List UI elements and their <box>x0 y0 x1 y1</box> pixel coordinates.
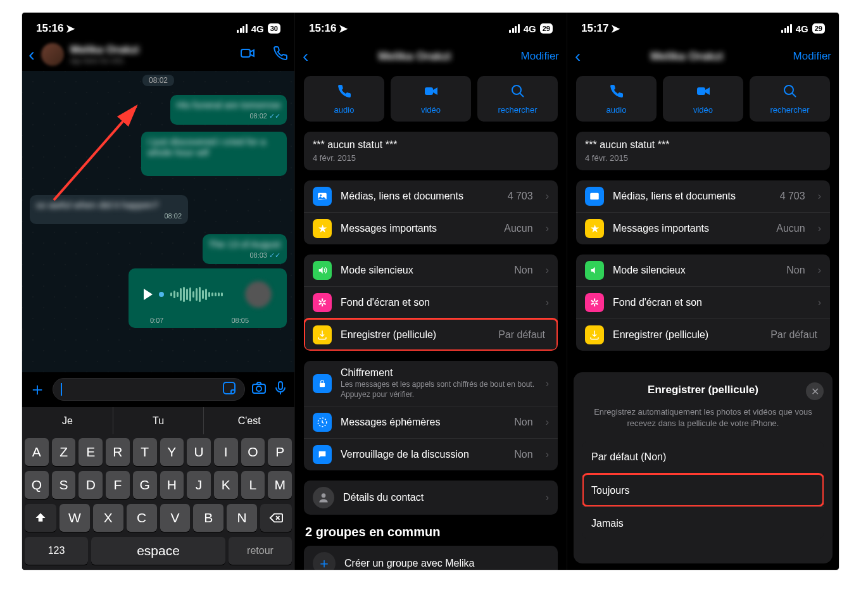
key[interactable]: B <box>193 504 223 532</box>
key[interactable]: N <box>227 504 257 532</box>
status-bar: 15:16 ➤ 4G 30 <box>22 13 294 41</box>
key[interactable]: Z <box>52 438 76 466</box>
key[interactable]: Y <box>160 438 184 466</box>
key[interactable]: A <box>25 438 49 466</box>
edit-button[interactable]: Modifier <box>793 50 831 63</box>
network-label: 4G <box>524 23 536 34</box>
contact-name[interactable]: Melika Orakzi <box>70 44 234 56</box>
status-box[interactable]: *** aucun statut *** 4 févr. 2015 <box>576 132 830 170</box>
network-label: 4G <box>796 23 808 34</box>
close-button[interactable]: ✕ <box>806 382 824 400</box>
chat-header[interactable]: ‹ Melika Orakzi tap here for info <box>22 41 294 71</box>
key[interactable]: F <box>106 471 130 499</box>
row-encryption[interactable]: Chiffrement Les messages et les appels s… <box>304 361 558 406</box>
svg-point-8 <box>512 85 521 94</box>
key[interactable]: H <box>160 471 184 499</box>
key[interactable]: L <box>241 471 265 499</box>
keyboard[interactable]: A Z E R T Y U I O P Q S D F G H J K L M <box>22 434 294 570</box>
status-box[interactable]: *** aucun statut *** 4 févr. 2015 <box>304 132 558 170</box>
row-mute[interactable]: Mode silencieux Non › <box>576 255 830 286</box>
key[interactable]: D <box>79 471 103 499</box>
row-label: Médias, liens et documents <box>341 191 499 202</box>
suggestion[interactable]: Je <box>22 407 113 434</box>
mic-button[interactable] <box>273 380 288 398</box>
key[interactable]: W <box>60 504 90 532</box>
message-out[interactable]: His funeral are tomorrow 08:02 ✓✓ <box>170 95 287 125</box>
key[interactable]: J <box>187 471 211 499</box>
option-never[interactable]: Jamais <box>582 506 824 539</box>
video-call-button[interactable] <box>240 46 255 63</box>
chevron-icon: › <box>546 492 549 503</box>
avatar[interactable] <box>41 43 64 66</box>
playhead-dot[interactable] <box>159 292 164 297</box>
key[interactable]: S <box>52 471 76 499</box>
row-contact-details[interactable]: Détails du contact › <box>304 481 558 515</box>
audio-call-button[interactable]: audio <box>576 76 657 122</box>
key[interactable]: Q <box>25 471 49 499</box>
key[interactable]: E <box>79 438 103 466</box>
download-icon <box>585 325 604 344</box>
space-key[interactable]: espace <box>91 537 225 565</box>
back-button[interactable]: ‹ <box>303 46 308 66</box>
row-media[interactable]: Médias, liens et documents 4 703 › <box>576 180 830 212</box>
search-button[interactable]: rechercher <box>477 76 558 122</box>
shift-key[interactable] <box>25 504 56 532</box>
row-chat-lock[interactable]: Verrouillage de la discussion Non › <box>304 438 558 470</box>
search-button[interactable]: rechercher <box>750 76 830 122</box>
row-value: Aucun <box>504 223 532 234</box>
row-wallpaper[interactable]: ✲ Fond d'écran et son › <box>304 286 558 318</box>
nav-bar: ‹ Melika Orakzi Modifier <box>295 41 567 72</box>
message-input[interactable] <box>53 378 245 401</box>
row-value: Non <box>514 265 532 276</box>
row-media[interactable]: Médias, liens et documents 4 703 › <box>304 180 558 212</box>
edit-button[interactable]: Modifier <box>521 50 559 63</box>
key[interactable]: P <box>268 438 292 466</box>
key[interactable]: O <box>241 438 265 466</box>
row-save-to-camera-roll[interactable]: Enregistrer (pellicule) Par défaut <box>576 318 830 351</box>
video-call-button[interactable]: vidéo <box>663 76 743 122</box>
voice-message[interactable]: 0:07 08:05 <box>129 268 287 328</box>
key[interactable]: C <box>127 504 157 532</box>
sticker-button[interactable] <box>222 380 237 398</box>
row-mute[interactable]: Mode silencieux Non › <box>304 255 558 286</box>
suggestion[interactable]: Tu <box>113 407 204 434</box>
audio-call-button[interactable] <box>273 46 288 63</box>
message-out[interactable]: I just discovered i cried for a whole ho… <box>141 132 287 176</box>
option-always[interactable]: Toujours <box>582 474 824 506</box>
key[interactable]: K <box>214 471 238 499</box>
key[interactable]: I <box>214 438 238 466</box>
message-out[interactable]: The 13 of August 08:03 ✓✓ <box>203 234 287 264</box>
option-default[interactable]: Par défaut (Non) <box>582 441 824 474</box>
phone-icon <box>609 84 624 103</box>
row-starred[interactable]: ★ Messages importants Aucun › <box>304 212 558 244</box>
row-starred[interactable]: ★ Messages importants Aucun › <box>576 212 830 244</box>
key[interactable]: G <box>133 471 157 499</box>
video-call-button[interactable]: vidéo <box>391 76 471 122</box>
chat-body[interactable]: 08:02 His funeral are tomorrow 08:02 ✓✓ … <box>22 71 294 372</box>
key[interactable]: X <box>93 504 123 532</box>
back-button[interactable]: ‹ <box>28 44 35 65</box>
row-disappearing[interactable]: Messages éphémères Non › <box>304 406 558 438</box>
camera-button[interactable] <box>251 380 267 398</box>
row-save-to-camera-roll[interactable]: Enregistrer (pellicule) Par défaut <box>304 318 558 351</box>
play-icon[interactable] <box>144 289 153 300</box>
return-key[interactable]: retour <box>229 537 292 565</box>
backspace-key[interactable] <box>260 504 292 532</box>
suggestion[interactable]: C'est <box>203 407 294 434</box>
create-group-button[interactable]: ＋ Créer un groupe avec Melika <box>304 546 558 570</box>
key[interactable]: R <box>106 438 130 466</box>
key[interactable]: T <box>133 438 157 466</box>
key[interactable]: U <box>187 438 211 466</box>
key[interactable]: V <box>160 504 191 532</box>
numbers-key[interactable]: 123 <box>25 537 88 565</box>
back-button[interactable]: ‹ <box>575 46 581 66</box>
plus-icon: ＋ <box>313 552 336 570</box>
audio-call-button[interactable]: audio <box>304 76 384 122</box>
message-in[interactable]: so awful when did it happen? 08:02 <box>30 195 188 224</box>
key[interactable]: M <box>268 471 292 499</box>
voice-time: 08:05 <box>231 317 249 324</box>
waveform[interactable] <box>170 286 239 303</box>
row-wallpaper[interactable]: ✲ Fond d'écran et son › <box>576 286 830 318</box>
attach-button[interactable]: ＋ <box>28 377 46 401</box>
keyboard-suggestions[interactable]: Je Tu C'est <box>22 406 294 434</box>
